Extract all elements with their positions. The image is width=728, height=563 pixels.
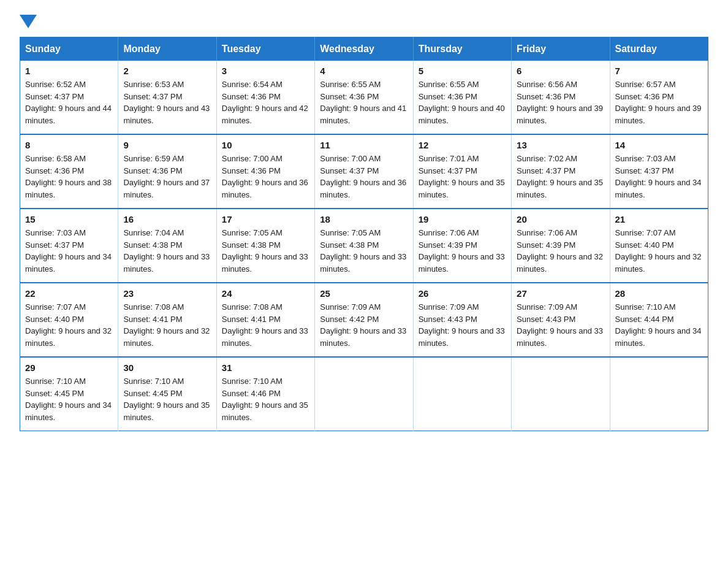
day-number: 16 — [123, 214, 211, 224]
calendar-day-25: 25Sunrise: 7:09 AMSunset: 4:42 PMDayligh… — [315, 283, 413, 357]
day-info: Sunrise: 7:10 AMSunset: 4:45 PMDaylight:… — [25, 377, 112, 422]
calendar-empty-cell — [610, 357, 708, 431]
day-info: Sunrise: 7:09 AMSunset: 4:43 PMDaylight:… — [517, 302, 603, 348]
day-number: 22 — [25, 288, 113, 299]
day-info: Sunrise: 6:53 AMSunset: 4:37 PMDaylight:… — [123, 80, 210, 125]
day-number: 25 — [320, 288, 408, 299]
day-number: 8 — [25, 140, 113, 150]
calendar-day-27: 27Sunrise: 7:09 AMSunset: 4:43 PMDayligh… — [512, 283, 610, 357]
day-number: 1 — [25, 66, 113, 76]
calendar-week-5: 29Sunrise: 7:10 AMSunset: 4:45 PMDayligh… — [20, 357, 708, 431]
calendar-empty-cell — [413, 357, 511, 431]
day-number: 4 — [320, 66, 408, 76]
day-number: 19 — [419, 214, 506, 224]
day-number: 21 — [615, 214, 703, 224]
weekday-header-wednesday: Wednesday — [315, 37, 413, 61]
calendar-day-26: 26Sunrise: 7:09 AMSunset: 4:43 PMDayligh… — [413, 283, 511, 357]
calendar-week-4: 22Sunrise: 7:07 AMSunset: 4:40 PMDayligh… — [20, 283, 708, 357]
day-info: Sunrise: 7:08 AMSunset: 4:41 PMDaylight:… — [222, 302, 308, 348]
day-number: 10 — [222, 140, 309, 150]
day-number: 9 — [123, 140, 211, 150]
page-header — [20, 15, 708, 26]
calendar-day-1: 1Sunrise: 6:52 AMSunset: 4:37 PMDaylight… — [20, 61, 118, 134]
day-info: Sunrise: 7:00 AMSunset: 4:36 PMDaylight:… — [222, 154, 308, 199]
calendar-day-31: 31Sunrise: 7:10 AMSunset: 4:46 PMDayligh… — [216, 357, 314, 431]
day-info: Sunrise: 6:57 AMSunset: 4:36 PMDaylight:… — [615, 80, 702, 125]
calendar-table: SundayMondayTuesdayWednesdayThursdayFrid… — [20, 37, 708, 431]
logo-arrow-icon — [20, 15, 37, 28]
calendar-day-18: 18Sunrise: 7:05 AMSunset: 4:38 PMDayligh… — [315, 209, 413, 283]
day-info: Sunrise: 7:01 AMSunset: 4:37 PMDaylight:… — [419, 154, 505, 199]
day-info: Sunrise: 7:10 AMSunset: 4:45 PMDaylight:… — [123, 377, 210, 422]
calendar-day-7: 7Sunrise: 6:57 AMSunset: 4:36 PMDaylight… — [610, 61, 708, 134]
day-number: 14 — [615, 140, 703, 150]
calendar-day-23: 23Sunrise: 7:08 AMSunset: 4:41 PMDayligh… — [118, 283, 216, 357]
day-info: Sunrise: 7:03 AMSunset: 4:37 PMDaylight:… — [615, 154, 702, 199]
calendar-empty-cell — [512, 357, 610, 431]
day-number: 17 — [222, 214, 309, 224]
calendar-day-19: 19Sunrise: 7:06 AMSunset: 4:39 PMDayligh… — [413, 209, 511, 283]
weekday-header-saturday: Saturday — [610, 37, 708, 61]
calendar-day-17: 17Sunrise: 7:05 AMSunset: 4:38 PMDayligh… — [216, 209, 314, 283]
day-info: Sunrise: 7:10 AMSunset: 4:46 PMDaylight:… — [222, 377, 308, 422]
day-number: 11 — [320, 140, 408, 150]
day-info: Sunrise: 6:58 AMSunset: 4:36 PMDaylight:… — [25, 154, 112, 199]
day-number: 12 — [419, 140, 506, 150]
calendar-week-2: 8Sunrise: 6:58 AMSunset: 4:36 PMDaylight… — [20, 134, 708, 209]
svg-marker-0 — [20, 15, 37, 28]
day-number: 2 — [123, 66, 211, 76]
day-number: 3 — [222, 66, 309, 76]
day-number: 29 — [25, 362, 113, 373]
weekday-header-friday: Friday — [512, 37, 610, 61]
day-info: Sunrise: 6:59 AMSunset: 4:36 PMDaylight:… — [123, 154, 210, 199]
day-info: Sunrise: 7:04 AMSunset: 4:38 PMDaylight:… — [123, 228, 210, 274]
day-info: Sunrise: 7:02 AMSunset: 4:37 PMDaylight:… — [517, 154, 603, 199]
calendar-day-12: 12Sunrise: 7:01 AMSunset: 4:37 PMDayligh… — [413, 134, 511, 209]
day-number: 31 — [222, 362, 309, 373]
day-info: Sunrise: 6:52 AMSunset: 4:37 PMDaylight:… — [25, 80, 112, 125]
day-info: Sunrise: 7:06 AMSunset: 4:39 PMDaylight:… — [419, 228, 505, 274]
day-info: Sunrise: 7:06 AMSunset: 4:39 PMDaylight:… — [517, 228, 603, 274]
day-number: 15 — [25, 214, 113, 224]
day-number: 20 — [517, 214, 604, 224]
calendar-day-8: 8Sunrise: 6:58 AMSunset: 4:36 PMDaylight… — [20, 134, 118, 209]
day-number: 30 — [123, 362, 211, 373]
day-number: 28 — [615, 288, 703, 299]
day-number: 13 — [517, 140, 604, 150]
calendar-day-24: 24Sunrise: 7:08 AMSunset: 4:41 PMDayligh… — [216, 283, 314, 357]
calendar-day-11: 11Sunrise: 7:00 AMSunset: 4:37 PMDayligh… — [315, 134, 413, 209]
calendar-week-1: 1Sunrise: 6:52 AMSunset: 4:37 PMDaylight… — [20, 61, 708, 134]
day-number: 5 — [419, 66, 506, 76]
calendar-day-16: 16Sunrise: 7:04 AMSunset: 4:38 PMDayligh… — [118, 209, 216, 283]
day-info: Sunrise: 7:03 AMSunset: 4:37 PMDaylight:… — [25, 228, 112, 274]
calendar-day-3: 3Sunrise: 6:54 AMSunset: 4:36 PMDaylight… — [216, 61, 314, 134]
calendar-day-5: 5Sunrise: 6:55 AMSunset: 4:36 PMDaylight… — [413, 61, 511, 134]
calendar-day-21: 21Sunrise: 7:07 AMSunset: 4:40 PMDayligh… — [610, 209, 708, 283]
calendar-day-13: 13Sunrise: 7:02 AMSunset: 4:37 PMDayligh… — [512, 134, 610, 209]
day-info: Sunrise: 6:55 AMSunset: 4:36 PMDaylight:… — [320, 80, 406, 125]
calendar-week-3: 15Sunrise: 7:03 AMSunset: 4:37 PMDayligh… — [20, 209, 708, 283]
calendar-day-2: 2Sunrise: 6:53 AMSunset: 4:37 PMDaylight… — [118, 61, 216, 134]
day-info: Sunrise: 7:07 AMSunset: 4:40 PMDaylight:… — [615, 228, 702, 274]
calendar-day-22: 22Sunrise: 7:07 AMSunset: 4:40 PMDayligh… — [20, 283, 118, 357]
calendar-day-4: 4Sunrise: 6:55 AMSunset: 4:36 PMDaylight… — [315, 61, 413, 134]
calendar-day-28: 28Sunrise: 7:10 AMSunset: 4:44 PMDayligh… — [610, 283, 708, 357]
day-info: Sunrise: 7:08 AMSunset: 4:41 PMDaylight:… — [123, 302, 210, 348]
calendar-day-15: 15Sunrise: 7:03 AMSunset: 4:37 PMDayligh… — [20, 209, 118, 283]
day-info: Sunrise: 7:10 AMSunset: 4:44 PMDaylight:… — [615, 302, 702, 348]
weekday-header-thursday: Thursday — [413, 37, 511, 61]
day-info: Sunrise: 7:07 AMSunset: 4:40 PMDaylight:… — [25, 302, 112, 348]
calendar-day-29: 29Sunrise: 7:10 AMSunset: 4:45 PMDayligh… — [20, 357, 118, 431]
calendar-day-9: 9Sunrise: 6:59 AMSunset: 4:36 PMDaylight… — [118, 134, 216, 209]
day-number: 23 — [123, 288, 211, 299]
weekday-header-monday: Monday — [118, 37, 216, 61]
calendar-day-30: 30Sunrise: 7:10 AMSunset: 4:45 PMDayligh… — [118, 357, 216, 431]
calendar-day-10: 10Sunrise: 7:00 AMSunset: 4:36 PMDayligh… — [216, 134, 314, 209]
logo — [20, 15, 37, 26]
weekday-header-sunday: Sunday — [20, 37, 118, 61]
day-number: 18 — [320, 214, 408, 224]
day-info: Sunrise: 7:09 AMSunset: 4:42 PMDaylight:… — [320, 302, 406, 348]
weekday-header-tuesday: Tuesday — [216, 37, 314, 61]
calendar-empty-cell — [315, 357, 413, 431]
day-info: Sunrise: 6:54 AMSunset: 4:36 PMDaylight:… — [222, 80, 308, 125]
